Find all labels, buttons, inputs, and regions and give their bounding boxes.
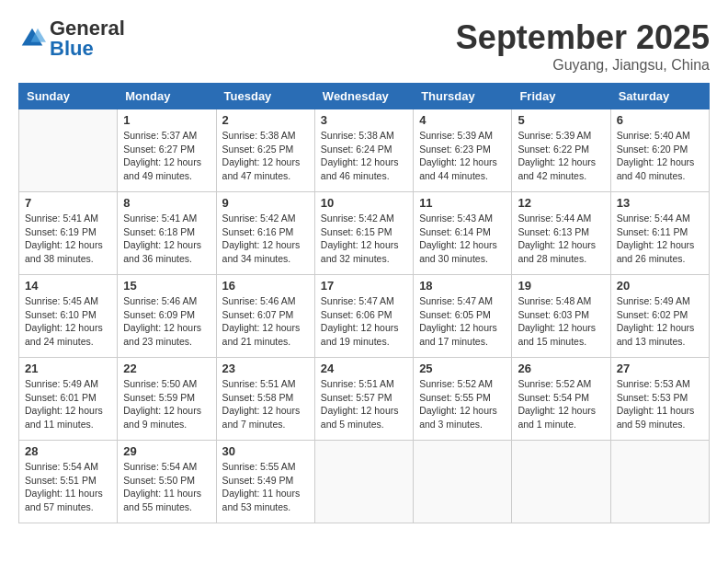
calendar-cell xyxy=(19,109,118,192)
calendar-week-2: 7Sunrise: 5:41 AM Sunset: 6:19 PM Daylig… xyxy=(19,192,710,275)
day-header-friday: Friday xyxy=(512,84,610,109)
calendar-cell: 5Sunrise: 5:39 AM Sunset: 6:22 PM Daylig… xyxy=(512,109,610,192)
calendar-cell: 23Sunrise: 5:51 AM Sunset: 5:58 PM Dayli… xyxy=(216,358,314,441)
calendar-cell: 30Sunrise: 5:55 AM Sunset: 5:49 PM Dayli… xyxy=(216,441,314,523)
day-info: Sunrise: 5:51 AM Sunset: 5:58 PM Dayligh… xyxy=(222,377,309,431)
day-number: 27 xyxy=(617,362,703,375)
calendar-cell: 1Sunrise: 5:37 AM Sunset: 6:27 PM Daylig… xyxy=(118,109,216,192)
day-info: Sunrise: 5:38 AM Sunset: 6:24 PM Dayligh… xyxy=(321,129,407,183)
day-number: 22 xyxy=(123,362,210,375)
day-info: Sunrise: 5:43 AM Sunset: 6:14 PM Dayligh… xyxy=(419,212,506,266)
calendar-cell: 8Sunrise: 5:41 AM Sunset: 6:18 PM Daylig… xyxy=(118,192,216,275)
calendar-cell: 27Sunrise: 5:53 AM Sunset: 5:53 PM Dayli… xyxy=(610,358,709,441)
calendar-cell: 21Sunrise: 5:49 AM Sunset: 6:01 PM Dayli… xyxy=(19,358,118,441)
calendar-cell: 20Sunrise: 5:49 AM Sunset: 6:02 PM Dayli… xyxy=(610,275,709,358)
day-number: 9 xyxy=(222,196,309,210)
calendar-cell: 15Sunrise: 5:46 AM Sunset: 6:09 PM Dayli… xyxy=(118,275,216,358)
month-title: September 2025 xyxy=(456,18,710,57)
day-info: Sunrise: 5:44 AM Sunset: 6:13 PM Dayligh… xyxy=(518,212,604,266)
day-number: 25 xyxy=(419,362,506,375)
day-info: Sunrise: 5:46 AM Sunset: 6:09 PM Dayligh… xyxy=(123,294,210,349)
day-info: Sunrise: 5:53 AM Sunset: 5:53 PM Dayligh… xyxy=(617,377,703,431)
day-info: Sunrise: 5:54 AM Sunset: 5:51 PM Dayligh… xyxy=(25,460,111,514)
day-info: Sunrise: 5:47 AM Sunset: 6:06 PM Dayligh… xyxy=(321,294,407,349)
calendar-cell: 3Sunrise: 5:38 AM Sunset: 6:24 PM Daylig… xyxy=(314,109,413,192)
calendar-cell: 7Sunrise: 5:41 AM Sunset: 6:19 PM Daylig… xyxy=(19,192,118,275)
day-info: Sunrise: 5:54 AM Sunset: 5:50 PM Dayligh… xyxy=(123,460,210,514)
day-info: Sunrise: 5:52 AM Sunset: 5:55 PM Dayligh… xyxy=(419,377,506,431)
day-number: 1 xyxy=(123,113,210,127)
day-info: Sunrise: 5:51 AM Sunset: 5:57 PM Dayligh… xyxy=(321,377,407,431)
calendar-cell: 18Sunrise: 5:47 AM Sunset: 6:05 PM Dayli… xyxy=(414,275,512,358)
calendar-cell: 16Sunrise: 5:46 AM Sunset: 6:07 PM Dayli… xyxy=(216,275,314,358)
day-number: 26 xyxy=(518,362,604,375)
calendar-header-row: SundayMondayTuesdayWednesdayThursdayFrid… xyxy=(19,84,710,109)
day-info: Sunrise: 5:46 AM Sunset: 6:07 PM Dayligh… xyxy=(222,294,309,349)
day-info: Sunrise: 5:47 AM Sunset: 6:05 PM Dayligh… xyxy=(419,294,506,349)
day-info: Sunrise: 5:48 AM Sunset: 6:03 PM Dayligh… xyxy=(518,294,604,349)
day-number: 29 xyxy=(123,444,210,458)
calendar-week-3: 14Sunrise: 5:45 AM Sunset: 6:10 PM Dayli… xyxy=(19,275,710,358)
day-info: Sunrise: 5:38 AM Sunset: 6:25 PM Dayligh… xyxy=(222,129,309,183)
day-info: Sunrise: 5:50 AM Sunset: 5:59 PM Dayligh… xyxy=(123,377,210,431)
day-info: Sunrise: 5:41 AM Sunset: 6:18 PM Dayligh… xyxy=(123,212,210,266)
day-number: 23 xyxy=(222,362,309,375)
calendar-cell xyxy=(512,441,610,523)
calendar-cell: 4Sunrise: 5:39 AM Sunset: 6:23 PM Daylig… xyxy=(414,109,512,192)
day-header-monday: Monday xyxy=(118,84,216,109)
logo-blue-text: Blue xyxy=(50,37,94,60)
logo: General Blue xyxy=(18,18,125,59)
day-info: Sunrise: 5:39 AM Sunset: 6:23 PM Dayligh… xyxy=(419,129,506,183)
day-number: 6 xyxy=(617,113,703,127)
calendar-cell: 29Sunrise: 5:54 AM Sunset: 5:50 PM Dayli… xyxy=(118,441,216,523)
day-number: 14 xyxy=(25,279,111,293)
calendar-cell: 2Sunrise: 5:38 AM Sunset: 6:25 PM Daylig… xyxy=(216,109,314,192)
day-info: Sunrise: 5:52 AM Sunset: 5:54 PM Dayligh… xyxy=(518,377,604,431)
calendar-week-5: 28Sunrise: 5:54 AM Sunset: 5:51 PM Dayli… xyxy=(19,441,710,523)
calendar-cell xyxy=(414,441,512,523)
calendar-body: 1Sunrise: 5:37 AM Sunset: 6:27 PM Daylig… xyxy=(19,109,710,523)
calendar-cell: 22Sunrise: 5:50 AM Sunset: 5:59 PM Dayli… xyxy=(118,358,216,441)
day-number: 3 xyxy=(321,113,407,127)
title-block: September 2025 Guyang, Jiangsu, China xyxy=(456,18,710,74)
calendar-cell xyxy=(610,441,709,523)
day-info: Sunrise: 5:49 AM Sunset: 6:02 PM Dayligh… xyxy=(617,294,703,349)
location-title: Guyang, Jiangsu, China xyxy=(456,57,710,74)
day-number: 13 xyxy=(617,196,703,210)
day-header-tuesday: Tuesday xyxy=(216,84,314,109)
calendar-cell: 14Sunrise: 5:45 AM Sunset: 6:10 PM Dayli… xyxy=(19,275,118,358)
calendar-cell: 9Sunrise: 5:42 AM Sunset: 6:16 PM Daylig… xyxy=(216,192,314,275)
day-info: Sunrise: 5:41 AM Sunset: 6:19 PM Dayligh… xyxy=(25,212,111,266)
day-header-sunday: Sunday xyxy=(19,84,118,109)
day-info: Sunrise: 5:40 AM Sunset: 6:20 PM Dayligh… xyxy=(617,129,703,183)
calendar-cell xyxy=(314,441,413,523)
day-number: 28 xyxy=(25,444,111,458)
calendar-week-4: 21Sunrise: 5:49 AM Sunset: 6:01 PM Dayli… xyxy=(19,358,710,441)
page-header: General Blue September 2025 Guyang, Jian… xyxy=(18,18,710,74)
day-number: 8 xyxy=(123,196,210,210)
day-header-saturday: Saturday xyxy=(610,84,709,109)
calendar-cell: 10Sunrise: 5:42 AM Sunset: 6:15 PM Dayli… xyxy=(314,192,413,275)
calendar-cell: 17Sunrise: 5:47 AM Sunset: 6:06 PM Dayli… xyxy=(314,275,413,358)
day-number: 12 xyxy=(518,196,604,210)
day-number: 24 xyxy=(321,362,407,375)
calendar-cell: 19Sunrise: 5:48 AM Sunset: 6:03 PM Dayli… xyxy=(512,275,610,358)
day-info: Sunrise: 5:55 AM Sunset: 5:49 PM Dayligh… xyxy=(222,460,309,514)
day-info: Sunrise: 5:37 AM Sunset: 6:27 PM Dayligh… xyxy=(123,129,210,183)
day-number: 30 xyxy=(222,444,309,458)
day-number: 11 xyxy=(419,196,506,210)
calendar-cell: 6Sunrise: 5:40 AM Sunset: 6:20 PM Daylig… xyxy=(610,109,709,192)
day-number: 5 xyxy=(518,113,604,127)
calendar-cell: 25Sunrise: 5:52 AM Sunset: 5:55 PM Dayli… xyxy=(414,358,512,441)
calendar-cell: 13Sunrise: 5:44 AM Sunset: 6:11 PM Dayli… xyxy=(610,192,709,275)
day-number: 18 xyxy=(419,279,506,293)
day-info: Sunrise: 5:42 AM Sunset: 6:15 PM Dayligh… xyxy=(321,212,407,266)
day-number: 15 xyxy=(123,279,210,293)
day-header-thursday: Thursday xyxy=(414,84,512,109)
calendar-cell: 24Sunrise: 5:51 AM Sunset: 5:57 PM Dayli… xyxy=(314,358,413,441)
day-info: Sunrise: 5:49 AM Sunset: 6:01 PM Dayligh… xyxy=(25,377,111,431)
day-number: 20 xyxy=(617,279,703,293)
day-info: Sunrise: 5:45 AM Sunset: 6:10 PM Dayligh… xyxy=(25,294,111,349)
logo-icon xyxy=(18,25,46,52)
calendar-cell: 28Sunrise: 5:54 AM Sunset: 5:51 PM Dayli… xyxy=(19,441,118,523)
